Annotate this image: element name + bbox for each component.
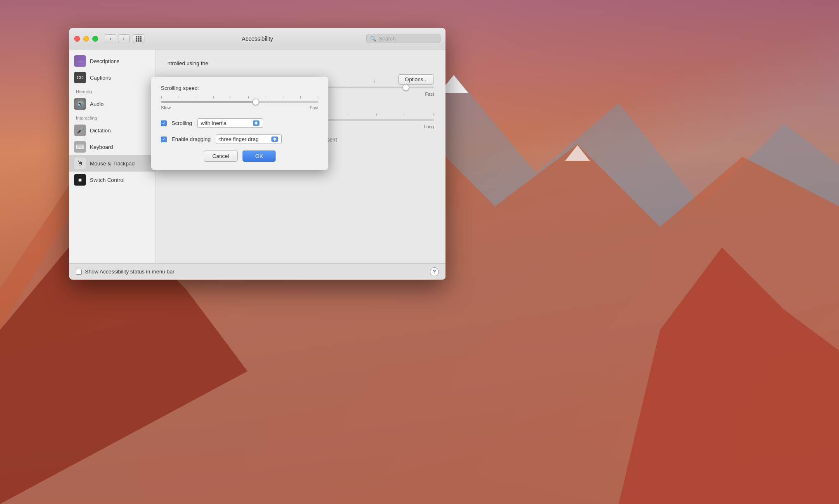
dragging-dropdown[interactable]: three finger drag — [216, 134, 282, 144]
scrolling-option-text: with inertia — [201, 120, 250, 126]
dragging-row: ✓ Enable dragging three finger drag — [161, 134, 318, 144]
arrow-down-icon — [273, 139, 276, 141]
arrow-up-icon — [273, 137, 276, 139]
arrow-up-icon — [255, 121, 258, 123]
scrolling-checkbox[interactable]: ✓ — [161, 120, 167, 126]
trackpad-options-modal: Scrolling speed: Slow Fast — [151, 77, 328, 170]
modal-speed-ticks — [161, 96, 318, 99]
main-window: ‹ › Accessibility 🔍 Search ··· Descripti… — [69, 28, 445, 280]
ok-button[interactable]: OK — [243, 151, 276, 162]
dropdown-arrows — [271, 137, 278, 142]
scrolling-label: Scrolling — [172, 120, 192, 126]
cancel-button[interactable]: Cancel — [204, 151, 238, 162]
dropdown-arrows — [253, 120, 259, 126]
dragging-checkbox[interactable]: ✓ — [161, 137, 167, 142]
scrolling-speed-label: Scrolling speed: — [161, 85, 199, 91]
checkmark-icon: ✓ — [162, 137, 165, 141]
modal-speed-slow: Slow — [161, 105, 171, 110]
modal-overlay: Scrolling speed: Slow Fast — [69, 28, 445, 280]
checkmark-icon: ✓ — [162, 121, 165, 125]
modal-buttons: Cancel OK — [161, 151, 318, 162]
modal-speed-labels: Slow Fast — [161, 105, 318, 110]
scrolling-dropdown[interactable]: with inertia — [197, 118, 263, 128]
dragging-option-text: three finger drag — [219, 136, 268, 142]
modal-speed-slider[interactable] — [161, 101, 318, 103]
dragging-label: Enable dragging — [172, 136, 211, 142]
arrow-down-icon — [255, 123, 258, 125]
modal-speed-fast: Fast — [310, 105, 318, 110]
modal-speed-thumb[interactable] — [252, 99, 259, 105]
scrolling-speed-container: Scrolling speed: Slow Fast — [161, 85, 318, 110]
scrolling-row: ✓ Scrolling with inertia — [161, 118, 318, 128]
